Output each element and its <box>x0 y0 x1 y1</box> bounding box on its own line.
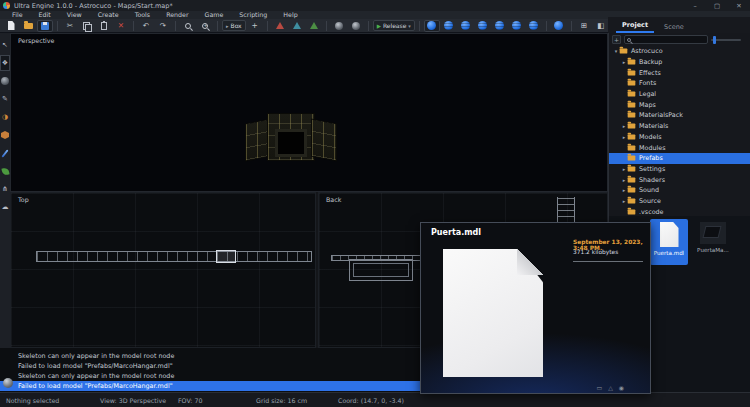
move-tool-button[interactable]: ❖ <box>0 55 10 71</box>
asset-preview-popup: Puerta.mdl September 13, 2023, 3:48 PM. … <box>420 222 651 394</box>
paste-button[interactable] <box>96 20 112 32</box>
hangar-door-model[interactable] <box>246 114 336 162</box>
leaf-icon <box>1 167 9 175</box>
expander-icon[interactable]: ▸ <box>621 177 627 183</box>
menu-scripting[interactable]: Scripting <box>231 11 275 19</box>
terrain-teal-button[interactable] <box>289 20 305 32</box>
maximize-button[interactable]: ▢ <box>706 0 728 11</box>
layout-left-button[interactable]: ◧ <box>593 20 609 32</box>
expander-icon[interactable]: ▸ <box>621 187 627 193</box>
material-tool-button[interactable] <box>0 126 10 144</box>
thumbnail-size-slider[interactable] <box>711 39 741 41</box>
menu-help[interactable]: Help <box>275 11 305 19</box>
tree-item-materialspack[interactable]: MaterialsPack <box>609 110 750 121</box>
tree-item-settings[interactable]: ▸Settings <box>609 164 750 175</box>
tree-item-backup[interactable]: ▸Backup <box>609 57 750 68</box>
sculpt-tool-button[interactable]: ◑ <box>0 108 10 126</box>
tree-item-modules[interactable]: Modules <box>609 142 750 153</box>
tree-item-maps[interactable]: Maps <box>609 99 750 110</box>
close-button[interactable]: ✕ <box>728 0 750 11</box>
render-mode-1-button[interactable] <box>424 20 440 32</box>
layout-quad-button[interactable]: ⊞ <box>576 20 592 32</box>
render-mode-4-button[interactable] <box>475 20 491 32</box>
render-mode-2-button[interactable] <box>441 20 457 32</box>
cut-button[interactable]: ✂ <box>62 20 78 32</box>
render-mode-5-button[interactable] <box>492 20 508 32</box>
tree-item-label: Fonts <box>639 79 656 87</box>
tree-item-fonts[interactable]: Fonts <box>609 78 750 89</box>
zoom-in-button[interactable] <box>197 20 213 32</box>
render-mode-6-button[interactable] <box>509 20 525 32</box>
expander-icon[interactable]: ▾ <box>613 48 619 54</box>
hierarchy-tool-button[interactable]: ⋔ <box>0 180 10 198</box>
primitive-dropdown[interactable]: ▸ Box <box>222 20 246 31</box>
terrain-green-button[interactable] <box>306 20 322 32</box>
render-mode-7-button[interactable] <box>526 20 542 32</box>
expander-icon[interactable]: ▸ <box>621 134 627 140</box>
open-button[interactable] <box>20 20 36 32</box>
render-tex-icon <box>478 21 487 30</box>
tree-item-legal[interactable]: Legal <box>609 89 750 100</box>
select-tool-button[interactable]: ↖ <box>0 36 10 54</box>
tree-item-models[interactable]: ▸Models <box>609 132 750 143</box>
tree-item-effects[interactable]: Effects <box>609 67 750 78</box>
tree-item-prefabs[interactable]: Prefabs <box>609 153 750 164</box>
copy-button[interactable] <box>79 20 95 32</box>
preview-mesh-button[interactable]: ▭ <box>596 384 602 391</box>
viewport-perspective[interactable]: Perspective <box>10 33 608 192</box>
expander-icon[interactable]: ▸ <box>621 123 627 129</box>
cloud-tool-button[interactable]: ☁ <box>0 198 10 216</box>
vegetation-tool-button[interactable] <box>0 162 10 180</box>
viewport-perspective-label: Perspective <box>18 37 54 44</box>
menu-tools[interactable]: Tools <box>127 11 159 19</box>
tree-item-shaders[interactable]: ▸Shaders <box>609 174 750 185</box>
tree-item-astrocuco[interactable]: ▾Astrocuco <box>609 46 750 57</box>
slider-thumb[interactable] <box>713 36 716 44</box>
add-asset-button[interactable]: + <box>612 35 621 44</box>
undo-button[interactable]: ↶ <box>138 20 154 32</box>
file-tile-puerta-mdl[interactable]: Puerta.mdl <box>650 219 688 265</box>
tab-project[interactable]: Project <box>616 19 654 33</box>
effects-button[interactable] <box>348 20 364 32</box>
viewport-top[interactable]: Top <box>10 192 316 348</box>
redo-button[interactable]: ↷ <box>155 20 171 32</box>
terrain-red-button[interactable] <box>272 20 288 32</box>
expander-icon[interactable]: ▸ <box>621 198 627 204</box>
sphere-tool-button[interactable] <box>0 72 10 90</box>
folder-icon <box>628 59 636 64</box>
menu-edit[interactable]: Edit <box>31 11 59 19</box>
menu-render[interactable]: Render <box>158 11 196 19</box>
add-primitive-button[interactable]: + <box>247 20 263 32</box>
tree-item-label: Modules <box>639 144 666 152</box>
zoom-out-button[interactable] <box>180 20 196 32</box>
paint-tool-button[interactable] <box>0 144 10 162</box>
expander-icon[interactable]: ▸ <box>621 166 627 172</box>
run-config-dropdown[interactable]: ▶ Release ▾ <box>373 20 415 31</box>
preview-rotate-button[interactable]: ◉ <box>619 384 624 391</box>
model-center-wall <box>268 114 314 160</box>
toolbar-separator <box>133 21 134 31</box>
menu-create[interactable]: Create <box>90 11 127 19</box>
menu-file[interactable]: File <box>4 11 31 19</box>
delete-button[interactable]: ✕ <box>113 20 129 32</box>
new-file-button[interactable] <box>3 20 19 32</box>
expander-icon[interactable]: ▸ <box>621 59 627 65</box>
tab-scene[interactable]: Scene <box>658 21 690 33</box>
menu-game[interactable]: Game <box>197 11 232 19</box>
environment-button[interactable] <box>331 20 347 32</box>
menu-view[interactable]: View <box>59 11 90 19</box>
tree-item-source[interactable]: ▸Source <box>609 196 750 207</box>
minimize-button[interactable]: – <box>684 0 706 11</box>
render-info-button[interactable] <box>551 20 567 32</box>
folder-icon <box>628 70 636 75</box>
render-mode-3-button[interactable] <box>458 20 474 32</box>
save-button[interactable] <box>37 20 53 32</box>
tree-item-materials[interactable]: ▸Materials <box>609 121 750 132</box>
tree-item-sound[interactable]: ▸Sound <box>609 185 750 196</box>
preview-warning-button[interactable]: △ <box>608 384 613 391</box>
asset-search-input[interactable] <box>624 35 708 44</box>
file-tile-puertama[interactable]: PuertaMa... <box>694 219 732 265</box>
folder-icon <box>628 166 636 171</box>
preview-controls: ▭ △ ◉ <box>596 384 624 391</box>
edit-tool-button[interactable]: ✎ <box>0 90 10 108</box>
